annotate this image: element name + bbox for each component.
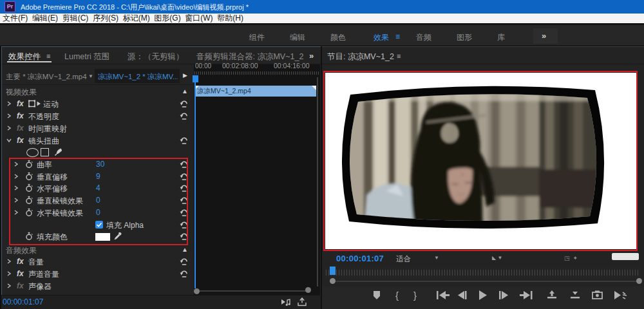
svg-text:}: } bbox=[413, 290, 417, 301]
svg-text:{: { bbox=[395, 290, 399, 301]
